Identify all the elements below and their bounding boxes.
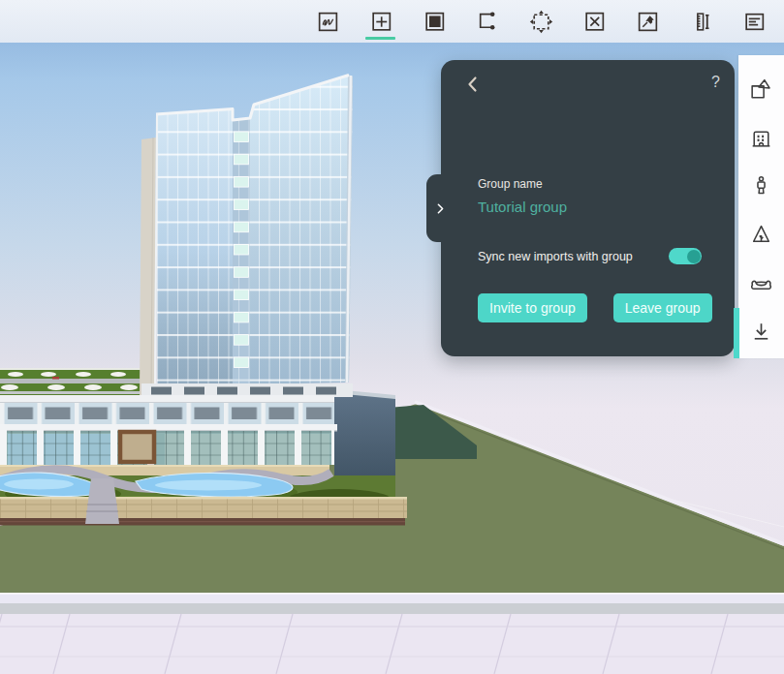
person-icon xyxy=(748,173,774,199)
invite-to-group-button[interactable]: Invite to group xyxy=(478,293,587,322)
help-button[interactable]: ? xyxy=(711,74,720,91)
tile-floor xyxy=(0,593,784,674)
tool-delete[interactable] xyxy=(580,3,608,40)
chevron-left-icon xyxy=(461,73,485,96)
tool-pin[interactable] xyxy=(634,3,661,40)
tree-icon xyxy=(748,222,774,248)
shapes-icon xyxy=(748,77,774,103)
leave-group-button[interactable]: Leave group xyxy=(613,293,712,322)
sofa-icon xyxy=(748,270,774,296)
back-button[interactable] xyxy=(460,73,486,98)
sidebar-item-shapes[interactable] xyxy=(738,65,784,113)
sidebar-item-trees[interactable] xyxy=(738,210,784,259)
wood-frame xyxy=(120,432,154,462)
active-tool-underline xyxy=(365,37,395,41)
toggle-knob xyxy=(687,250,701,263)
collapse-panel-button[interactable] xyxy=(426,174,459,242)
tool-notes[interactable] xyxy=(740,3,768,40)
sidebar-item-buildings[interactable] xyxy=(738,113,784,162)
building-icon xyxy=(748,125,774,151)
glass-tower xyxy=(140,75,353,395)
tool-add-volume[interactable] xyxy=(367,3,394,40)
download-icon xyxy=(748,319,774,345)
tool-measure[interactable] xyxy=(687,3,714,40)
sync-imports-toggle[interactable] xyxy=(669,248,702,264)
tool-move[interactable] xyxy=(527,3,554,40)
podium xyxy=(0,383,353,475)
tool-edit-edges[interactable] xyxy=(474,3,501,40)
group-name-value[interactable]: Tutorial group xyxy=(478,199,567,215)
ramp xyxy=(85,478,119,524)
asset-sidebar xyxy=(738,55,784,358)
tool-solid[interactable] xyxy=(421,3,448,40)
chevron-right-icon xyxy=(432,200,449,217)
tool-sketch[interactable] xyxy=(314,3,341,40)
group-name-label: Group name xyxy=(478,177,543,191)
sidebar-item-import[interactable] xyxy=(738,307,784,355)
app-window: ? Group name Tutorial group Sync new imp… xyxy=(0,0,784,674)
roof-terrace xyxy=(0,368,145,395)
top-toolbar xyxy=(0,0,784,43)
sidebar-active-indicator xyxy=(734,308,739,358)
group-actions: Invite to group Leave group xyxy=(478,293,712,322)
sync-imports-row: Sync new imports with group xyxy=(478,248,702,264)
sidebar-item-furniture[interactable] xyxy=(738,259,784,307)
sidebar-item-people[interactable] xyxy=(738,162,784,210)
group-panel: ? Group name Tutorial group Sync new imp… xyxy=(441,60,735,356)
sync-imports-label: Sync new imports with group xyxy=(478,250,633,263)
